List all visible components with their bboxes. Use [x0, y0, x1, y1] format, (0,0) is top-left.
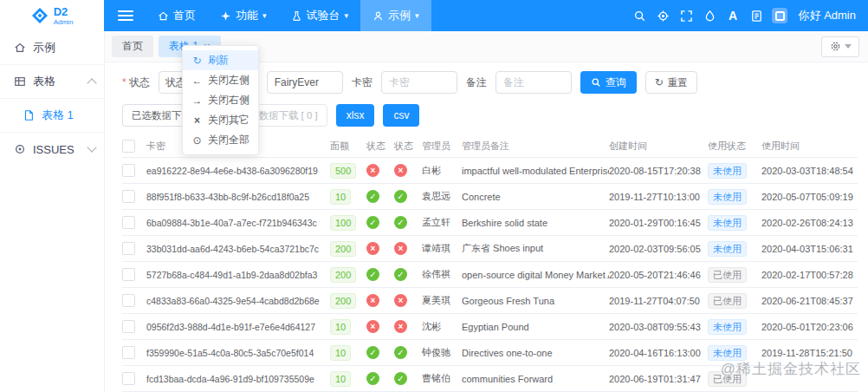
admin-note-cell: communities Forward [462, 374, 609, 384]
admin-cell: 谭靖琪 [422, 242, 462, 255]
menu-item-close-left[interactable]: 关闭左侧 [183, 70, 258, 90]
admin-note-cell: impactful well-modulated Enterprise-wide [462, 166, 609, 176]
table-row[interactable]: f359990e-51a5-4c0a-80c5-3a5c70e5f014 10 … [122, 340, 858, 366]
amount-badge: 200 [330, 241, 356, 257]
sidebar-item-examples[interactable]: 示例 [0, 31, 104, 65]
use-status-badge: 未使用 [708, 163, 747, 179]
created-time-cell: 2020-01-29T00:16:45 [609, 218, 708, 228]
status-icon: ✓ [366, 346, 379, 359]
row-checkbox[interactable] [122, 294, 135, 307]
amount-badge: 200 [330, 267, 356, 283]
status-icon: × [394, 164, 407, 177]
created-time-cell: 2020-06-19T01:31:47 [609, 374, 708, 384]
theme-button[interactable] [698, 0, 722, 31]
table-row[interactable]: 0956f2d3-988d-4d1e-b91f-e7e6e4d64127 10 … [122, 314, 858, 340]
use-time-cell: 2019-11-28T15:21:50 [761, 348, 858, 358]
sidebar-item-issues[interactable]: ISSUES [0, 133, 104, 166]
row-checkbox[interactable] [122, 320, 135, 333]
header-actions: 你好 Admin [628, 0, 868, 31]
col-header-created: 创建时间 [609, 140, 708, 153]
nav-item-features[interactable]: 功能 ▾ [208, 0, 279, 31]
admin-note-cell: Egyptian Pound [462, 322, 609, 332]
row-checkbox[interactable] [122, 268, 135, 281]
table-row[interactable]: c4833a83-66a0-4325-9e54-4cabd8d2b68e 200… [122, 288, 858, 314]
error-log-button[interactable] [768, 0, 792, 31]
row-checkbox[interactable] [122, 216, 135, 229]
flask-icon [291, 10, 302, 22]
use-time-cell: 2020-05-01T20:23:06 [761, 322, 858, 332]
arrow-right-icon [191, 95, 203, 106]
table-row[interactable]: 6ba09884-3b1e-40a7-a7ec-f721b946343c 100… [122, 210, 858, 236]
created-time-cell: 2019-11-27T04:07:50 [609, 296, 708, 306]
search-submit-button[interactable]: 查询 [580, 71, 637, 94]
row-checkbox[interactable] [122, 372, 135, 385]
menu-item-label: 关闭右侧 [208, 93, 249, 108]
admin-note-cell: Directives one-to-one [462, 348, 609, 358]
export-csv-button[interactable]: csv [383, 104, 419, 127]
tab-context-menu: 刷新 关闭左侧 关闭右侧 关闭其它 关闭全部 [182, 45, 259, 155]
card-key-cell: c4833a83-66a0-4325-9e54-4cabd8d2b68e [146, 296, 330, 306]
log-icon [750, 10, 763, 23]
admin-cell: 沈彬 [422, 320, 462, 333]
card-input[interactable] [381, 71, 457, 94]
card-key-cell: 6ba09884-3b1e-40a7-a7ec-f721b946343c [146, 218, 330, 228]
table-icon [14, 75, 26, 88]
table-row[interactable]: ea916222-8e94-4e6e-b438-6a3096280f19 500… [122, 158, 858, 184]
aim-button[interactable] [651, 0, 675, 31]
menu-item-close-right[interactable]: 关闭右侧 [183, 90, 258, 110]
use-time-cell: 2020-02-17T00:57:28 [761, 270, 858, 280]
status-icon: ✓ [366, 268, 379, 281]
sidebar-item-table1[interactable]: 表格 1 [0, 99, 104, 133]
created-time-cell: 2020-03-08T09:55:43 [609, 322, 708, 332]
status-icon: × [394, 294, 407, 307]
use-time-cell: 2020-02-26T08:24:13 [761, 218, 858, 228]
status-field-label: 状态 [122, 75, 150, 90]
use-time-cell: 2020-06-21T08:45:37 [761, 296, 858, 306]
row-checkbox[interactable] [122, 190, 135, 203]
nav-item-playground[interactable]: 试验台 ▾ [279, 0, 361, 31]
tabs-settings-button[interactable] [821, 36, 859, 57]
tab-home[interactable]: 首页 [112, 36, 153, 57]
user-greeting[interactable]: 你好 Admin [799, 8, 856, 23]
menu-item-close-others[interactable]: 关闭其它 [183, 110, 258, 130]
table-row[interactable]: fcd13baa-dcda-4a96-91d9-bf109735509e 10 … [122, 366, 858, 392]
row-checkbox[interactable] [122, 164, 135, 177]
row-checkbox[interactable] [122, 242, 135, 255]
admin-cell: 孟立轩 [422, 216, 462, 229]
nav-item-examples[interactable]: 示例 ▾ [360, 0, 431, 31]
select-all-checkbox[interactable] [122, 140, 135, 153]
refresh-icon [655, 76, 664, 88]
table-row[interactable]: 33b031dd-aa6d-4243-b6eb-54ca3721bc7c 200… [122, 236, 858, 262]
name-input[interactable] [267, 71, 343, 94]
theme-icon [703, 10, 716, 23]
font-size-button[interactable] [722, 0, 745, 31]
menu-item-refresh[interactable]: 刷新 [183, 50, 258, 70]
note-input[interactable] [496, 71, 572, 94]
amount-badge: 200 [330, 293, 356, 309]
chevron-up-icon [87, 78, 96, 88]
error-log-icon [772, 8, 787, 23]
menu-toggle-button[interactable] [118, 10, 133, 21]
sidebar-item-label: ISSUES [33, 143, 74, 156]
table-row[interactable]: 88f951f8-b633-43bb-8c9f-b26cd18f0a25 10 … [122, 184, 858, 210]
gear-icon [830, 41, 841, 52]
reset-button[interactable]: 重置 [645, 71, 697, 94]
search-button-label: 查询 [606, 75, 626, 90]
use-time-cell: 2020-03-03T18:48:54 [761, 166, 858, 176]
logo[interactable]: D2 Admin [0, 0, 104, 31]
export-xlsx-button[interactable]: xlsx [336, 104, 375, 127]
nav-item-home[interactable]: 首页 [146, 0, 208, 31]
search-button[interactable] [628, 0, 651, 31]
refresh-icon [191, 56, 203, 66]
status-icon: × [366, 164, 379, 177]
close-icon [191, 115, 203, 126]
status-icon: × [366, 320, 379, 333]
row-checkbox[interactable] [122, 346, 135, 359]
app-root: D2 Admin 首页 功能 ▾ [0, 0, 868, 392]
table-row[interactable]: 5727b68a-c484-49d1-a1b9-2daa8d02bfa3 200… [122, 262, 858, 288]
admin-cell: 白彬 [422, 164, 462, 177]
fullscreen-button[interactable] [675, 0, 698, 31]
log-button[interactable] [745, 0, 768, 31]
sidebar-item-tables[interactable]: 表格 [0, 65, 104, 99]
menu-item-close-all[interactable]: 关闭全部 [183, 130, 258, 150]
